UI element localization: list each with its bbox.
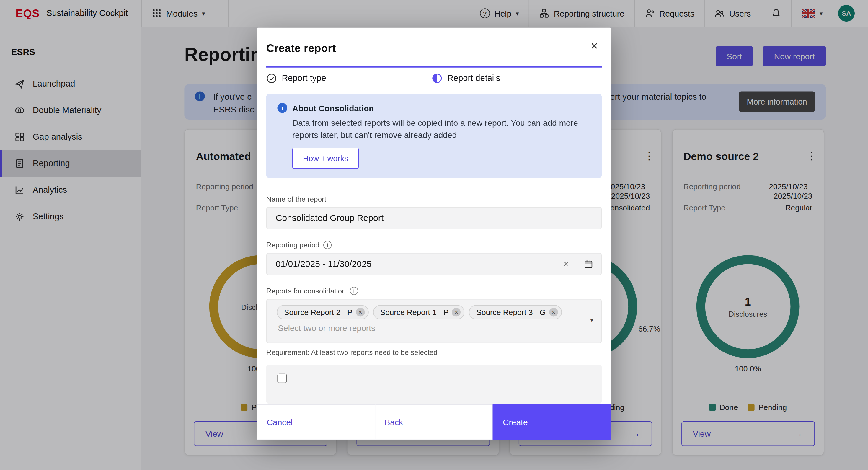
- report-chip[interactable]: Source Report 1 - P ×: [373, 305, 465, 319]
- remove-icon[interactable]: ×: [452, 308, 461, 317]
- remove-icon[interactable]: ×: [356, 308, 365, 317]
- create-button[interactable]: Create: [493, 404, 611, 440]
- info-icon[interactable]: i: [350, 287, 358, 295]
- reports-for-consolidation-label: Reports for consolidation i: [266, 287, 602, 295]
- close-icon[interactable]: ×: [591, 40, 598, 52]
- chevron-down-icon[interactable]: ▾: [590, 316, 593, 324]
- requirement-hint: Requirement: At least two reports need t…: [266, 348, 602, 356]
- reporting-period-value: 01/01/2025 - 11/30/2025: [276, 259, 564, 269]
- callout-title: About Consolidation: [292, 103, 374, 113]
- report-chip[interactable]: Source Report 2 - P ×: [277, 305, 369, 319]
- callout-body: Data from selected reports will be copie…: [292, 117, 580, 141]
- about-consolidation-callout: i About Consolidation Data from selected…: [266, 94, 602, 178]
- report-chip[interactable]: Source Report 3 - G ×: [469, 305, 562, 319]
- modal-footer: Cancel Back Create: [257, 404, 611, 440]
- modal-header: Create report ×: [257, 28, 611, 55]
- chip-label: Source Report 1 - P: [380, 308, 449, 317]
- app-root: EQS Sustainability Cockpit Modules ▾ ? H…: [0, 0, 868, 470]
- remove-icon[interactable]: ×: [549, 308, 558, 317]
- chip-label: Source Report 2 - P: [284, 308, 352, 317]
- report-name-input[interactable]: Consolidated Group Report: [266, 207, 602, 229]
- reporting-period-label: Reporting period i: [266, 241, 602, 249]
- modal-body: i About Consolidation Data from selected…: [257, 84, 611, 404]
- checkbox[interactable]: [277, 374, 287, 383]
- report-name-label: Name of the report: [266, 195, 602, 203]
- multiselect-placeholder: Select two or more reports: [278, 323, 375, 333]
- chip-label: Source Report 3 - G: [476, 308, 546, 317]
- info-icon[interactable]: i: [323, 241, 332, 249]
- modal-steps: Report type Report details: [257, 68, 611, 84]
- report-name-value: Consolidated Group Report: [276, 213, 593, 223]
- step-label: Report details: [447, 73, 500, 83]
- modal-title: Create report: [266, 42, 602, 55]
- calendar-icon[interactable]: [583, 259, 593, 269]
- step-report-type[interactable]: Report type: [266, 73, 432, 84]
- step-label: Report type: [282, 73, 326, 83]
- reporting-period-input[interactable]: 01/01/2025 - 11/30/2025 ×: [266, 253, 602, 275]
- reports-multiselect[interactable]: Source Report 2 - P × Source Report 1 - …: [266, 299, 602, 343]
- how-it-works-button[interactable]: How it works: [292, 148, 359, 169]
- back-button[interactable]: Back: [375, 404, 493, 440]
- step-report-details[interactable]: Report details: [432, 73, 500, 84]
- cancel-button[interactable]: Cancel: [257, 404, 375, 440]
- create-report-modal: Create report × Report type Report detai…: [257, 28, 611, 440]
- info-icon: i: [277, 103, 287, 113]
- additional-option-row: [266, 365, 602, 404]
- half-circle-icon: [432, 73, 442, 84]
- clear-icon[interactable]: ×: [564, 259, 569, 270]
- check-circle-icon: [266, 73, 277, 84]
